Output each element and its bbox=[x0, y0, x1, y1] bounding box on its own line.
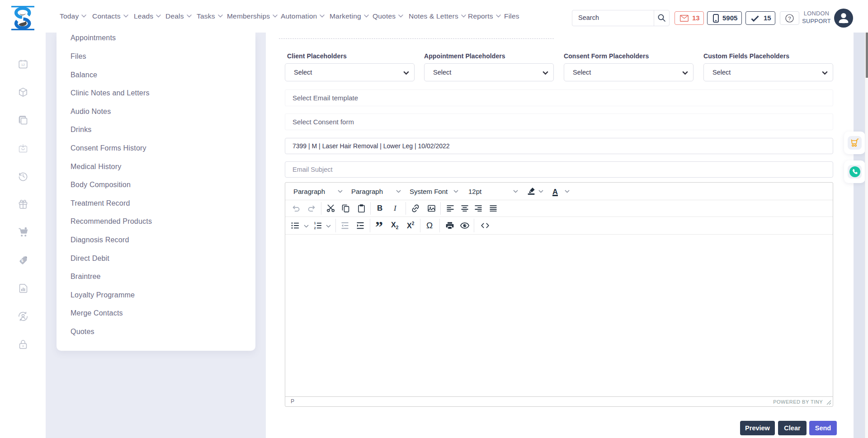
svg-text:?: ? bbox=[788, 16, 791, 21]
svg-text:1: 1 bbox=[314, 221, 316, 225]
svg-text:2: 2 bbox=[314, 226, 316, 230]
svg-text:12: 12 bbox=[21, 63, 25, 67]
